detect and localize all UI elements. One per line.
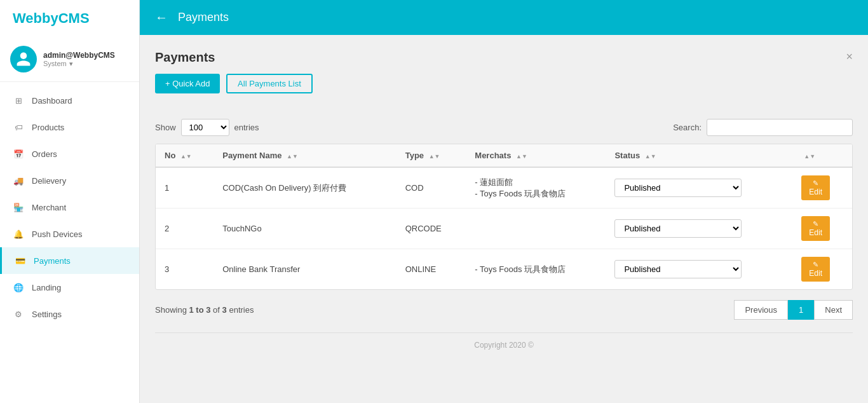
globe-icon: 🌐: [13, 282, 24, 293]
entries-select[interactable]: 10 25 50 100: [181, 119, 229, 136]
content-area: Payments + Quick Add All Payments List ×…: [140, 35, 868, 403]
cell-action: ✎Edit: [792, 167, 852, 208]
sidebar-item-label: Orders: [32, 149, 57, 159]
sidebar-item-label: Push Devices: [32, 229, 82, 239]
edit-label: Edit: [809, 269, 822, 278]
sort-type-icon: ▲▼: [429, 153, 440, 160]
user-details: admin@WebbyCMS System ▾: [43, 51, 115, 68]
status-select[interactable]: PublishedUnpublished: [614, 260, 742, 278]
action-buttons: + Quick Add All Payments List: [155, 74, 313, 93]
sidebar-item-orders[interactable]: 📅 Orders: [0, 140, 139, 167]
edit-label: Edit: [809, 228, 822, 237]
next-button[interactable]: Next: [814, 300, 853, 320]
gear-icon: ⚙: [13, 308, 24, 320]
table-header-row: No ▲▼ Payment Name ▲▼ Type ▲▼ Merchats: [156, 144, 852, 167]
table-controls: Show 10 25 50 100 entries Search:: [155, 119, 853, 136]
main-area: ← Payments Payments + Quick Add All Paym…: [140, 0, 868, 403]
topbar-title: Payments: [178, 11, 229, 24]
user-role: System ▾: [43, 60, 115, 68]
edit-icon: ✎: [809, 220, 822, 228]
payments-table-wrapper: No ▲▼ Payment Name ▲▼ Type ▲▼ Merchats: [155, 144, 853, 290]
showing-info: Showing 1 to 3 of 3 entries: [155, 305, 254, 315]
cell-no: 3: [156, 249, 214, 290]
col-action: ▲▼: [792, 144, 852, 167]
col-merchats: Merchats ▲▼: [466, 144, 606, 167]
sidebar-item-merchant[interactable]: 🏪 Merchant: [0, 194, 139, 221]
cell-type: COD: [397, 167, 466, 208]
table-footer: Showing 1 to 3 of 3 entries Previous 1 N…: [155, 300, 853, 320]
edit-icon: ✎: [809, 261, 822, 269]
sidebar-item-label: Settings: [32, 310, 62, 319]
edit-button[interactable]: ✎Edit: [801, 216, 830, 241]
sidebar-item-label: Products: [32, 123, 64, 132]
search-box: Search:: [673, 119, 853, 136]
cell-action: ✎Edit: [792, 249, 852, 290]
col-payment-name: Payment Name ▲▼: [214, 144, 396, 167]
avatar-icon: [15, 51, 32, 67]
col-no: No ▲▼: [156, 144, 214, 167]
sidebar: WebbyCMS admin@WebbyCMS System ▾ ⊞ Dashb…: [0, 0, 140, 403]
close-button[interactable]: ×: [846, 50, 853, 64]
cell-payment-name: Online Bank Transfer: [214, 249, 396, 290]
sidebar-item-landing[interactable]: 🌐 Landing: [0, 274, 139, 301]
cell-status: PublishedUnpublished: [606, 249, 792, 290]
store-icon: 🏪: [13, 202, 24, 213]
cell-merchants: - 蓮姐面館- Toys Foods 玩具食物店: [466, 167, 606, 208]
sidebar-item-label: Landing: [32, 283, 61, 292]
sort-name-icon: ▲▼: [287, 153, 298, 160]
bell-icon: 🔔: [13, 228, 24, 240]
show-label: Show: [155, 123, 176, 132]
entries-label: entries: [234, 123, 259, 132]
table-row: 3Online Bank TransferONLINE- Toys Foods …: [156, 249, 852, 290]
topbar: ← Payments: [140, 0, 868, 35]
table-body: 1COD(Cash On Delivery) 到府付費COD- 蓮姐面館- To…: [156, 167, 852, 289]
sidebar-item-settings[interactable]: ⚙ Settings: [0, 301, 139, 327]
col-status: Status ▲▼: [606, 144, 792, 167]
cell-payment-name: TouchNGo: [214, 208, 396, 249]
cell-action: ✎Edit: [792, 208, 852, 249]
sidebar-nav: ⊞ Dashboard 🏷 Products 📅 Orders 🚚 Deliev…: [0, 82, 139, 403]
content-header: Payments + Quick Add All Payments List ×: [155, 50, 853, 106]
sidebar-item-payments[interactable]: 💳 Payments: [0, 247, 139, 274]
status-select[interactable]: PublishedUnpublished: [614, 219, 742, 238]
edit-icon: ✎: [809, 179, 822, 188]
search-label: Search:: [673, 123, 702, 132]
prev-button[interactable]: Previous: [734, 300, 788, 320]
sidebar-item-delivery[interactable]: 🚚 Delievery: [0, 167, 139, 194]
search-input[interactable]: [707, 119, 853, 136]
sidebar-item-push-devices[interactable]: 🔔 Push Devices: [0, 221, 139, 247]
sidebar-item-label: Merchant: [32, 203, 66, 212]
sidebar-item-label: Payments: [34, 256, 71, 266]
edit-button[interactable]: ✎Edit: [801, 257, 830, 282]
tag-icon: 🏷: [13, 121, 24, 133]
quick-add-button[interactable]: + Quick Add: [155, 74, 220, 93]
sort-action-icon: ▲▼: [804, 153, 815, 160]
avatar: [10, 46, 37, 72]
sidebar-item-label: Dashboard: [32, 96, 72, 106]
all-payments-button[interactable]: All Payments List: [226, 74, 313, 93]
copyright: Copyright 2020 ©: [155, 332, 853, 350]
table-row: 2TouchNGoQRCODEPublishedUnpublished✎Edit: [156, 208, 852, 249]
user-email: admin@WebbyCMS: [43, 51, 115, 60]
cell-payment-name: COD(Cash On Delivery) 到府付費: [214, 167, 396, 208]
grid-icon: ⊞: [13, 95, 24, 106]
edit-button[interactable]: ✎Edit: [801, 175, 830, 200]
cell-no: 2: [156, 208, 214, 249]
status-select[interactable]: PublishedUnpublished: [614, 179, 742, 197]
payments-table: No ▲▼ Payment Name ▲▼ Type ▲▼ Merchats: [156, 144, 852, 289]
sidebar-item-dashboard[interactable]: ⊞ Dashboard: [0, 87, 139, 114]
page-1-button[interactable]: 1: [788, 300, 814, 320]
page-title: Payments + Quick Add All Payments List: [155, 50, 313, 106]
app-logo: WebbyCMS: [0, 0, 139, 37]
sort-merchant-icon: ▲▼: [516, 153, 527, 160]
col-type: Type ▲▼: [397, 144, 466, 167]
pagination: Previous 1 Next: [734, 300, 853, 320]
card-icon: 💳: [15, 255, 26, 266]
cell-no: 1: [156, 167, 214, 208]
cell-merchants: - Toys Foods 玩具食物店: [466, 249, 606, 290]
back-button[interactable]: ←: [155, 10, 168, 25]
cell-type: ONLINE: [397, 249, 466, 290]
sidebar-item-label: Delievery: [32, 176, 66, 186]
sidebar-item-products[interactable]: 🏷 Products: [0, 114, 139, 140]
calendar-icon: 📅: [13, 148, 24, 160]
